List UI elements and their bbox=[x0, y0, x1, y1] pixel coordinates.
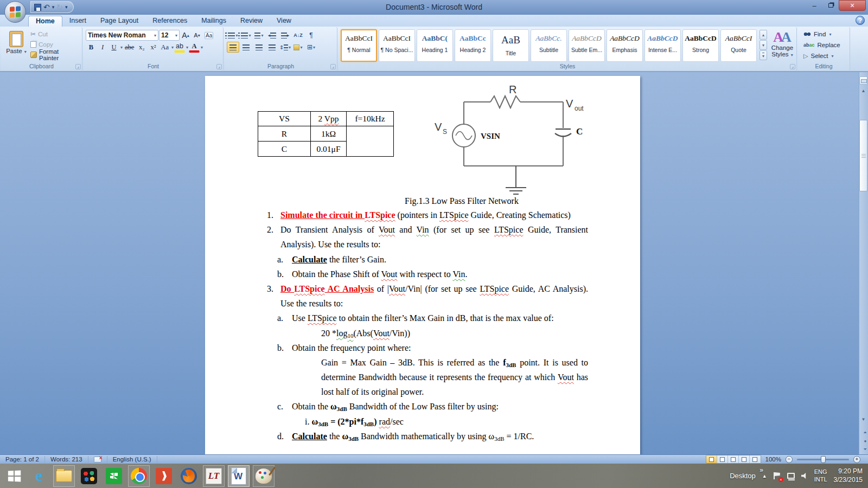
shading-button[interactable]: ▾ bbox=[292, 42, 304, 53]
undo-dropdown-icon[interactable]: ▾ bbox=[52, 4, 55, 10]
list-item-3b[interactable]: b.Obtain the frequency point where: bbox=[267, 341, 588, 355]
format-painter-button[interactable]: Format Painter bbox=[29, 49, 80, 60]
style-emphasis[interactable]: AaBbCcD Emphasis bbox=[607, 29, 643, 62]
list-item-2a[interactable]: a.Calculate the filter’s Gain. bbox=[267, 252, 588, 267]
list-item-3[interactable]: 3.Do LTSpice AC Analysis of |Vout/Vin| (… bbox=[267, 281, 588, 296]
style-quote[interactable]: AaBbCcI Quote bbox=[720, 29, 757, 62]
print-layout-view-button[interactable] bbox=[706, 455, 717, 463]
f3db-definition-line-2[interactable]: determine Bandwidth because it represent… bbox=[267, 370, 588, 384]
tab-references[interactable]: References bbox=[145, 16, 194, 27]
scrollbar-thumb[interactable] bbox=[859, 120, 867, 191]
zoom-slider[interactable] bbox=[797, 459, 849, 460]
justify-button[interactable] bbox=[266, 42, 278, 53]
change-case-button[interactable]: Aa bbox=[159, 42, 170, 53]
f3db-definition-line-3[interactable]: lost half of its original power. bbox=[267, 384, 588, 399]
bold-button[interactable]: B bbox=[86, 42, 97, 53]
outline-view-button[interactable] bbox=[739, 455, 750, 463]
paragraph-dialog-launcher[interactable]: ⌟ bbox=[330, 64, 336, 69]
sort-button[interactable]: A↓Z bbox=[292, 30, 304, 41]
help-button[interactable]: ? bbox=[856, 16, 865, 25]
style-normal[interactable]: AaBbCcI ¶ Normal bbox=[341, 29, 377, 62]
decrease-indent-button[interactable]: ◂ bbox=[266, 30, 278, 41]
align-center-button[interactable] bbox=[240, 42, 252, 53]
figure-caption[interactable]: Fig.1.3 Low Pass Filter Network bbox=[353, 196, 570, 206]
clipboard-dialog-launcher[interactable]: ⌟ bbox=[75, 64, 81, 69]
windows-store-icon[interactable] bbox=[103, 465, 125, 487]
list-item-2b[interactable]: b.Obtain the Phase Shift of Vout with re… bbox=[267, 267, 588, 281]
increase-indent-button[interactable]: ▸ bbox=[279, 30, 291, 41]
puzzle-app-icon[interactable] bbox=[78, 465, 100, 487]
file-explorer-icon[interactable] bbox=[53, 465, 75, 487]
next-page-button[interactable]: ⏷ bbox=[864, 447, 867, 452]
gain-formula[interactable]: 20 *log10(Abs(Vout/Vin)) bbox=[267, 326, 588, 341]
table-cell[interactable]: VS bbox=[258, 112, 311, 126]
table-cell[interactable]: 0.01μF bbox=[311, 142, 347, 157]
borders-button[interactable]: ⊞▾ bbox=[305, 42, 317, 53]
shrink-font-button[interactable]: A▾ bbox=[192, 30, 202, 41]
close-button[interactable]: × bbox=[839, 0, 866, 11]
previous-page-button[interactable]: ⏶ bbox=[864, 430, 867, 435]
styles-more-button[interactable]: ▾ bbox=[760, 50, 767, 60]
desktop-toolbar[interactable]: Desktop» bbox=[730, 472, 756, 480]
vertical-scrollbar[interactable]: ▲ ▼ ⏶ ● ⏷ bbox=[859, 72, 868, 454]
zoom-out-button[interactable]: − bbox=[786, 456, 793, 463]
f3db-definition-line-1[interactable]: Gain = Max Gain – 3dB. This is referred … bbox=[267, 355, 588, 370]
styles-scroll-up[interactable]: ▴ bbox=[760, 30, 767, 40]
numbering-button[interactable]: ▾ bbox=[240, 30, 252, 41]
select-button[interactable]: ▷ Select ▾ bbox=[800, 50, 847, 61]
subscript-button[interactable]: x₂ bbox=[136, 42, 147, 53]
tab-page-layout[interactable]: Page Layout bbox=[93, 16, 145, 27]
tab-mailings[interactable]: Mailings bbox=[194, 16, 233, 27]
strikethrough-button[interactable]: abe bbox=[123, 42, 136, 53]
font-color-button[interactable]: A bbox=[189, 42, 200, 53]
scroll-down-arrow[interactable]: ▼ bbox=[860, 416, 867, 423]
style-title[interactable]: AaB Title bbox=[493, 29, 529, 62]
parameters-table[interactable]: VS 2 Vpp f=10kHz R 1kΩ C 0.01μF bbox=[258, 111, 394, 157]
font-family-combo[interactable]: Times New Roman ▾ bbox=[86, 30, 158, 41]
tab-home[interactable]: Home bbox=[28, 16, 62, 27]
list-item-2[interactable]: 2.Do Transient Analysis of Vout and Vin … bbox=[267, 222, 588, 237]
tab-view[interactable]: View bbox=[270, 16, 298, 27]
ruler-toggle-button[interactable] bbox=[859, 76, 867, 85]
styles-dialog-launcher[interactable]: ⌟ bbox=[790, 64, 795, 69]
font-color-dropdown-icon[interactable]: ▾ bbox=[201, 45, 203, 50]
draft-view-button[interactable] bbox=[750, 455, 761, 463]
multilevel-list-button[interactable]: ▾ bbox=[253, 30, 265, 41]
find-button[interactable]: Find ▾ bbox=[800, 29, 847, 40]
style-no-spacing[interactable]: AaBbCcI ¶ No Spaci... bbox=[379, 29, 415, 62]
page-indicator[interactable]: Page: 1 of 2 bbox=[0, 456, 45, 463]
underline-dropdown-icon[interactable]: ▾ bbox=[120, 45, 123, 50]
restore-button[interactable] bbox=[822, 0, 839, 11]
style-heading-1[interactable]: AaBbC( Heading 1 bbox=[417, 29, 453, 62]
paste-button[interactable]: Paste ▾ bbox=[4, 29, 28, 63]
grow-font-button[interactable]: A▴ bbox=[180, 30, 191, 41]
list-item-3-cont[interactable]: Use the results to: bbox=[267, 296, 588, 311]
table-cell[interactable]: R bbox=[258, 126, 311, 142]
tab-review[interactable]: Review bbox=[233, 16, 270, 27]
volume-icon[interactable] bbox=[801, 473, 808, 479]
browse-object-button[interactable]: ● bbox=[864, 439, 866, 444]
font-size-combo[interactable]: 12 ▾ bbox=[159, 30, 180, 41]
omega-formula[interactable]: i. ω3dB = (2*pi*f3dB) rad/sec bbox=[267, 414, 588, 429]
ltspice-icon[interactable]: LT bbox=[203, 465, 225, 487]
cut-button[interactable]: ✂ Cut bbox=[29, 29, 80, 39]
superscript-button[interactable]: x² bbox=[148, 42, 158, 53]
tab-insert[interactable]: Insert bbox=[62, 16, 93, 27]
full-screen-reading-button[interactable] bbox=[717, 455, 728, 463]
table-cell[interactable] bbox=[347, 126, 394, 157]
save-icon[interactable] bbox=[34, 4, 41, 11]
document-page[interactable]: VS 2 Vpp f=10kHz R 1kΩ C 0.01μF bbox=[205, 76, 640, 454]
table-cell[interactable]: 2 Vpp bbox=[311, 112, 347, 126]
list-item-2-cont[interactable]: Analysis). Use the results to: bbox=[267, 237, 588, 252]
firefox-icon[interactable] bbox=[178, 465, 200, 487]
style-subtle-emphasis[interactable]: AaBbCcD Subtle Em... bbox=[569, 29, 605, 62]
underline-button[interactable]: U bbox=[108, 42, 119, 53]
replace-button[interactable]: abac Replace bbox=[800, 40, 847, 50]
show-hide-marks-button[interactable]: ¶ bbox=[305, 30, 317, 41]
customize-qat-icon[interactable]: ▾ bbox=[65, 4, 68, 10]
highlight-button[interactable]: ab bbox=[174, 42, 185, 53]
style-heading-2[interactable]: AaBbCc Heading 2 bbox=[455, 29, 491, 62]
style-subtitle[interactable]: AaBbCc. Subtitle bbox=[531, 29, 567, 62]
scroll-up-arrow[interactable]: ▲ bbox=[860, 87, 867, 94]
network-icon[interactable] bbox=[787, 473, 795, 479]
